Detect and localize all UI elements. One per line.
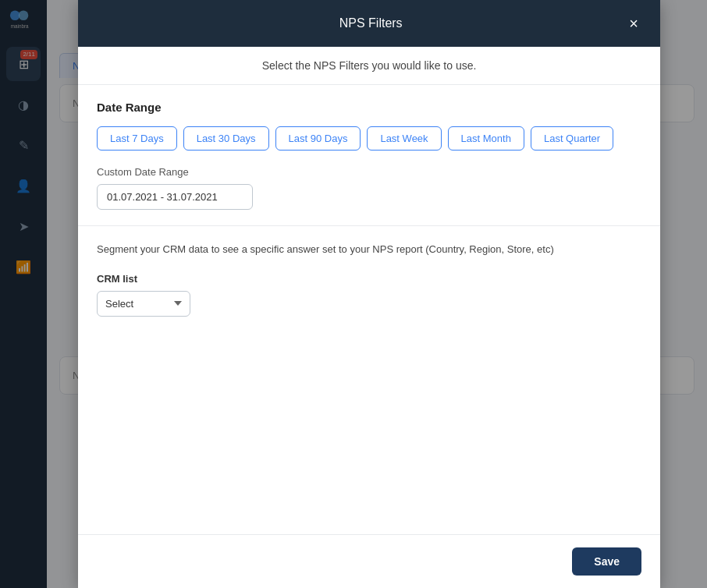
crm-list-label: CRM list — [97, 273, 641, 285]
custom-date-input[interactable] — [97, 184, 253, 210]
custom-date-label: Custom Date Range — [97, 166, 641, 178]
date-btn-last30[interactable]: Last 30 Days — [183, 126, 269, 151]
modal-header: NPS Filters × — [78, 0, 660, 47]
date-btn-lastweek[interactable]: Last Week — [367, 126, 441, 151]
date-range-section: Date Range Last 7 Days Last 30 Days Last… — [78, 85, 660, 226]
nps-filters-modal: NPS Filters × Select the NPS Filters you… — [78, 0, 660, 588]
date-btn-lastmonth[interactable]: Last Month — [448, 126, 524, 151]
modal-footer: Save — [78, 534, 660, 588]
crm-list-select[interactable]: Select Option 1 Option 2 Option 3 — [97, 291, 190, 317]
date-btn-lastquarter[interactable]: Last Quarter — [531, 126, 613, 151]
date-btn-last7[interactable]: Last 7 Days — [97, 126, 177, 151]
modal-close-button[interactable]: × — [626, 12, 641, 34]
date-range-buttons: Last 7 Days Last 30 Days Last 90 Days La… — [97, 126, 641, 151]
save-button[interactable]: Save — [572, 547, 641, 576]
date-range-title: Date Range — [97, 101, 641, 114]
modal-subtitle: Select the NPS Filters you would like to… — [78, 47, 660, 85]
crm-segment-section: Segment your CRM data to see a specific … — [78, 226, 660, 332]
date-btn-last90[interactable]: Last 90 Days — [275, 126, 361, 151]
modal-body: Date Range Last 7 Days Last 30 Days Last… — [78, 85, 660, 534]
modal-title: NPS Filters — [115, 16, 626, 30]
crm-description: Segment your CRM data to see a specific … — [97, 242, 641, 257]
